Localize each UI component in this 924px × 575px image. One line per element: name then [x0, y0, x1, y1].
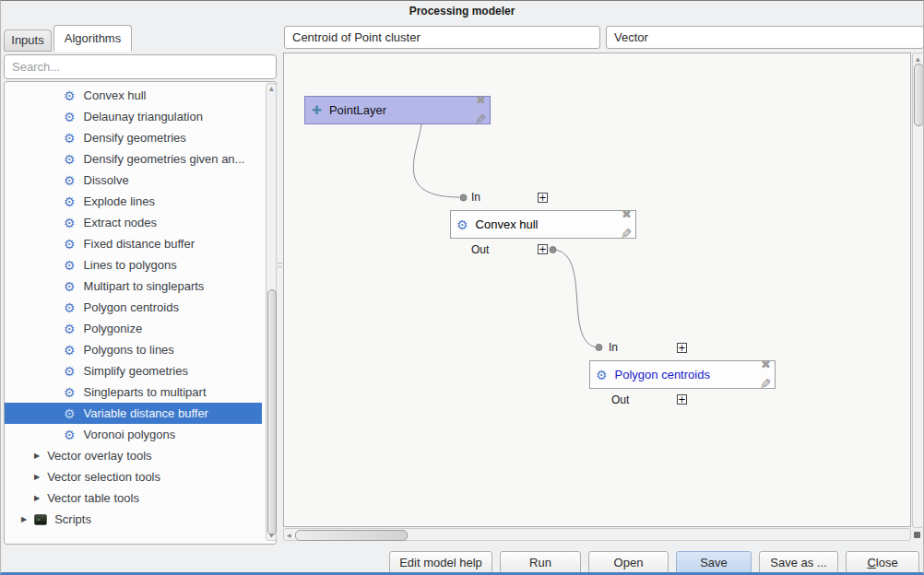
tree-scrollbar-thumb[interactable] [267, 289, 277, 535]
tree-item-label: Vector selection tools [47, 470, 160, 484]
tree-item-explode-lines[interactable]: ⚙Explode lines [5, 191, 262, 212]
tree-item-lines-to-polygons[interactable]: ⚙Lines to polygons [5, 254, 262, 276]
scroll-up-icon[interactable]: ▲ [269, 86, 274, 91]
polygon-centroids-out-label: Out [611, 393, 629, 406]
model-canvas[interactable]: ✚ PointLayer ✖ ✎ In + ⚙ Convex hull ✖ ✎ … [283, 53, 911, 527]
connection-edges [284, 53, 911, 527]
scroll-left-icon[interactable]: ◀ [287, 533, 291, 538]
tree-item-convex-hull[interactable]: ⚙Convex hull [5, 85, 262, 106]
node-pointlayer[interactable]: ✚ PointLayer ✖ ✎ [304, 96, 491, 124]
tree-item-fixed-distance-buffer[interactable]: ⚙Fixed distance buffer [5, 233, 262, 254]
save-button[interactable]: Save [676, 551, 752, 574]
close-button[interactable]: Close [846, 551, 919, 574]
tree-item-polygons-to-lines[interactable]: ⚙Polygons to lines [5, 339, 262, 360]
tree-item-label: Variable distance buffer [84, 406, 208, 420]
tree-item-polygon-centroids[interactable]: ⚙Polygon centroids [5, 297, 262, 318]
canvas-hscrollbar-thumb[interactable] [295, 530, 408, 541]
convex-hull-in-label: In [471, 191, 480, 204]
save-as-button[interactable]: Save as ... [759, 551, 838, 574]
tree-item-voronoi-polygons[interactable]: ⚙Voronoi polygons [5, 424, 262, 445]
node-polygon-centroids-label: Polygon centroids [615, 368, 710, 381]
convex-hull-in-expander[interactable]: + [538, 193, 548, 203]
algorithm-gear-icon: ⚙ [596, 369, 608, 381]
edit-node-icon[interactable]: ✎ [621, 228, 633, 241]
gear-icon: ⚙ [64, 323, 76, 335]
terminal-prompt-glyph: > [37, 517, 41, 522]
polygon-centroids-out-expander[interactable]: + [677, 394, 687, 405]
add-input-icon: ✚ [312, 104, 322, 116]
gear-icon: ⚙ [64, 301, 76, 314]
gear-icon: ⚙ [64, 386, 76, 399]
scrollbar-corner [914, 532, 920, 538]
tree-item-label: Vector overlay tools [47, 449, 151, 463]
tree-item-polygonize[interactable]: ⚙Polygonize [5, 318, 262, 339]
tree-item-multipart-to-singleparts[interactable]: ⚙Multipart to singleparts [5, 276, 262, 297]
node-polygon-centroids[interactable]: ⚙ Polygon centroids ✖ ✎ [589, 360, 776, 389]
gear-icon: ⚙ [64, 174, 76, 187]
scroll-up-icon[interactable]: ▲ [916, 56, 920, 62]
gear-icon: ⚙ [64, 132, 76, 145]
tree-item-delaunay-triangulation[interactable]: ⚙Delaunay triangulation [5, 106, 262, 127]
tree-item-label: Voronoi polygons [84, 428, 176, 441]
gear-icon: ⚙ [64, 89, 76, 102]
open-button[interactable]: Open [588, 551, 669, 574]
model-name-field[interactable] [284, 26, 600, 49]
delete-node-icon[interactable]: ✖ [476, 94, 486, 106]
tree-item-densify-geometries[interactable]: ⚙Densify geometries [5, 127, 262, 148]
run-button[interactable]: Run [500, 551, 581, 574]
convex-hull-out-label: Out [471, 243, 489, 256]
tree-item-label: Delaunay triangulation [84, 110, 203, 123]
tree-item-label: Explode lines [84, 194, 155, 208]
search-input[interactable] [4, 54, 277, 79]
panel-splitter-grip[interactable] [278, 266, 282, 267]
chevron-right-icon[interactable]: ▶ [34, 474, 40, 481]
canvas-vscrollbar-thumb[interactable] [914, 64, 924, 126]
delete-node-icon[interactable]: ✖ [622, 208, 632, 220]
panel-splitter[interactable] [278, 263, 282, 264]
tree-item-extract-nodes[interactable]: ⚙Extract nodes [5, 212, 262, 233]
chevron-right-icon[interactable]: ▶ [34, 495, 40, 502]
tree-item-variable-distance-buffer[interactable]: ⚙Variable distance buffer [5, 403, 262, 424]
chevron-right-icon[interactable]: ▶ [34, 452, 40, 460]
tree-item-scripts[interactable]: ▶>Scripts [5, 509, 262, 530]
tree-item-label: Polygonize [84, 322, 143, 335]
tree-item-label: Simplify geometries [84, 364, 188, 378]
window-title: Processing modeler [1, 5, 923, 18]
edit-model-help-button[interactable]: Edit model help [389, 551, 492, 574]
gear-icon: ⚙ [64, 259, 76, 272]
tree-item-label: Convex hull [84, 88, 147, 102]
gear-icon: ⚙ [64, 195, 76, 208]
edit-node-icon[interactable]: ✎ [475, 113, 487, 127]
tree-item-label: Dissolve [84, 173, 129, 187]
tree-item-simplify-geometries[interactable]: ⚙Simplify geometries [5, 360, 262, 381]
tree-item-vector-table-tools[interactable]: ▶Vector table tools [5, 487, 262, 509]
algorithm-tree: ⚙Convex hull⚙Delaunay triangulation⚙Dens… [4, 81, 277, 545]
footer-button-bar: Edit model help Run Open Save Save as ..… [389, 551, 919, 574]
tree-item-densify-geometries-given-an[interactable]: ⚙Densify geometries given an... [5, 148, 262, 170]
tab-algorithms[interactable]: Algorithms [53, 25, 132, 52]
tree-item-label: Extract nodes [84, 216, 158, 229]
tree-item-dissolve[interactable]: ⚙Dissolve [5, 170, 262, 191]
edit-node-icon[interactable]: ✎ [760, 378, 772, 392]
canvas-vscrollbar[interactable]: ▲ [912, 53, 924, 528]
gear-icon: ⚙ [64, 111, 76, 123]
scroll-down-icon[interactable]: ▼ [269, 533, 274, 538]
model-group-field[interactable] [606, 26, 924, 49]
tree-scrollbar[interactable]: ▲ ▼ [266, 83, 277, 541]
tree-item-vector-selection-tools[interactable]: ▶Vector selection tools [5, 466, 262, 487]
polygon-centroids-in-label: In [609, 341, 618, 354]
tree-item-singleparts-to-multipart[interactable]: ⚙Singleparts to multipart [5, 381, 262, 403]
processing-modeler-window: Processing modeler Inputs Algorithms ⚙Co… [0, 0, 924, 575]
node-convex-hull-label: Convex hull [476, 217, 539, 231]
tree-item-label: Scripts [54, 512, 91, 526]
polygon-centroids-in-expander[interactable]: + [677, 343, 687, 353]
delete-node-icon[interactable]: ✖ [761, 358, 771, 370]
tree-item-label: Vector table tools [47, 491, 139, 505]
convex-hull-out-expander[interactable]: + [538, 244, 548, 254]
chevron-right-icon[interactable]: ▶ [21, 516, 27, 523]
tab-inputs[interactable]: Inputs [4, 29, 52, 52]
gear-icon: ⚙ [64, 428, 76, 441]
canvas-hscrollbar[interactable]: ◀ [283, 528, 911, 541]
tree-item-vector-overlay-tools[interactable]: ▶Vector overlay tools [5, 445, 262, 466]
node-convex-hull[interactable]: ⚙ Convex hull ✖ ✎ [450, 210, 636, 239]
